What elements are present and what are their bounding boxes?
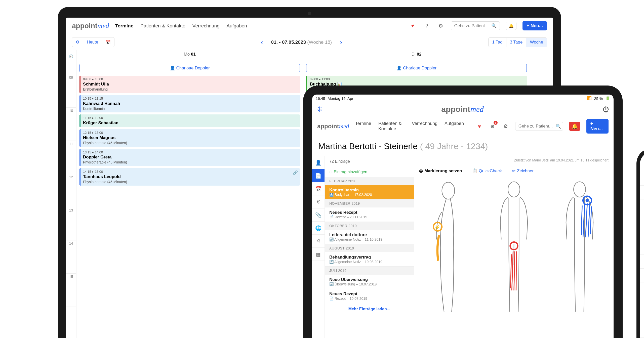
calendar-slot[interactable]: 10:15 ▸ 11:15Kahnwald HannahKontrollterm… — [79, 95, 300, 112]
patient-list-item[interactable]: Gruber Stefan📞 — [640, 213, 644, 227]
nav-termine[interactable]: Termine — [355, 121, 371, 132]
settings-icon[interactable]: ⚙ — [437, 22, 445, 30]
search-input[interactable] — [454, 23, 489, 28]
entry-item[interactable]: Kontrolltermin🩻 Bodychart – 17.02.2020 — [325, 185, 414, 199]
new-button[interactable]: + Neu... — [586, 119, 609, 134]
heart-icon[interactable]: ♥ — [409, 22, 417, 30]
nav-patienten[interactable]: Patienten & Kontakte — [378, 121, 405, 132]
prev-week-button[interactable]: ‹ — [256, 38, 268, 46]
laptop-camera — [308, 12, 311, 15]
search-input[interactable] — [518, 124, 554, 129]
body-side-view[interactable]: ⚡ — [427, 180, 470, 316]
calendar-slot[interactable]: 09:00 ▸ 10:00Schmidt UllaErstbehandlung — [79, 76, 300, 93]
entry-item[interactable]: Lettera del dottore🔄 Allgemeine Notiz – … — [325, 230, 414, 244]
nav-aufgaben[interactable]: Aufgaben — [227, 23, 247, 29]
side-euro-icon[interactable]: € — [312, 195, 325, 208]
notifications-button[interactable]: 🔔 — [506, 22, 516, 30]
entry-item[interactable]: Neues Rezept📄 Rezept – 10.07.2019 — [325, 289, 414, 303]
patient-list-item[interactable]: Huber Karl📞 — [640, 310, 644, 324]
filter-button[interactable]: ⚙ — [72, 37, 83, 47]
calendar-slot[interactable]: 14:15 ▸ 15:00Tannhaus LeopoldPhysiothera… — [79, 168, 300, 186]
side-calendar-icon[interactable]: 📅 — [312, 182, 325, 195]
nav-termine[interactable]: Termine — [115, 23, 134, 29]
day-column-mo: Mo 01 👤 Charlotte Doppler 09:00 ▸ 10:00S… — [76, 50, 303, 338]
entry-item[interactable]: Behandlungsvertrag🔄 Allgemeine Notiz – 1… — [325, 252, 414, 267]
calendar-slot[interactable]: 13:15 ▸ 14:00Doppler GretaPhysiotherapie… — [79, 149, 300, 166]
patient-list-item[interactable]: Heinz Mario📞 — [640, 269, 644, 282]
patient-list-item[interactable]: Grootinger Markus📞 — [640, 199, 644, 213]
side-document-icon[interactable]: 📄 — [312, 169, 325, 182]
phone-screen: 15:20 ↗ ••• 📶 🔋 ⁜ appointmed ⏻ appointme… — [640, 152, 644, 338]
body-views[interactable]: ⚡ ! — [419, 178, 609, 338]
calendar-button[interactable]: 📅 — [102, 37, 114, 47]
hour-label: 14 — [66, 240, 76, 274]
tablet-screen: 16:45 Montag 19. Apr 📶 25 % 🔋 ⁜ appointm… — [312, 95, 614, 338]
next-week-button[interactable]: › — [335, 38, 347, 46]
main-nav: Termine Patienten & Kontakte Verrechnung… — [355, 121, 464, 132]
entries-count: 72 Einträge — [325, 156, 414, 167]
notifications-button[interactable]: 🔔 — [569, 122, 580, 131]
view-1day[interactable]: 1 Tag — [489, 38, 506, 47]
load-more-button[interactable]: Mehr Einträge laden... — [325, 303, 414, 315]
tool-draw[interactable]: ✏ Zeichnen — [512, 168, 535, 174]
side-globe-icon[interactable]: 🌐 — [312, 222, 325, 235]
search-box[interactable]: 🔍 — [451, 21, 500, 30]
add-entry-button[interactable]: ⊕ Eintrag hinzufügen — [325, 167, 414, 177]
patient-list[interactable]: Erfinder Gernot📞Grootinger Markus📞Gruber… — [640, 186, 644, 338]
hour-label: 11 — [66, 141, 76, 174]
today-button[interactable]: Heute — [83, 37, 102, 47]
body-front-view[interactable]: ! — [493, 180, 535, 316]
view-week[interactable]: Woche — [526, 38, 547, 47]
nav-aufgaben[interactable]: Aufgaben — [445, 121, 464, 132]
power-icon[interactable]: ⏻ — [602, 105, 609, 113]
patient-list-item[interactable]: Huber Florian📞 — [640, 296, 644, 310]
month-header: JULI 2019 — [325, 267, 414, 275]
view-3day[interactable]: 3 Tage — [506, 38, 527, 47]
entry-item[interactable]: Neue Überweisung🔄 Überweisung – 10.07.20… — [325, 275, 414, 289]
entry-item[interactable]: Neues Rezept📄 Rezept – 20.11.2019 — [325, 207, 414, 222]
therapist-chip[interactable]: 👤 Charlotte Doppler — [79, 64, 300, 72]
phone-app-row: ⁜ appointmed ⏻ — [640, 161, 644, 172]
patient-title: Martina Bertotti - Steinerle ( 49 Jahre … — [312, 136, 614, 156]
heart-icon[interactable]: ♥ — [476, 122, 483, 130]
tablet-statusbar: 16:45 Montag 19. Apr 📶 25 % 🔋 — [312, 95, 614, 102]
patient-list-item[interactable]: Hofer Markus📞 — [640, 282, 644, 296]
patient-list-item[interactable]: Habenbacher Mario📞 — [640, 241, 644, 255]
day-slots: 09:00 ▸ 10:00Schmidt UllaErstbehandlung1… — [76, 74, 303, 338]
body-back-view[interactable] — [558, 180, 601, 316]
nav-verrechnung[interactable]: Verrechnung — [192, 23, 220, 29]
day-header: Di 02 — [303, 50, 530, 62]
side-attachment-icon[interactable]: 📎 — [312, 208, 325, 222]
alerts-icon[interactable]: ⊕ — [489, 122, 496, 130]
link-icon: 🔗 — [293, 170, 298, 176]
patient-list-item[interactable]: Höllbacher Fabio📞 — [640, 324, 644, 338]
calendar-slot[interactable]: 12:15 ▸ 13:00Nielsen MagnusPhysiotherapi… — [79, 129, 300, 147]
svg-point-6 — [574, 182, 585, 197]
therapist-chip[interactable]: 👤 Charlotte Doppler — [306, 64, 527, 72]
nav-patienten[interactable]: Patienten & Kontakte — [140, 23, 185, 29]
tool-marker[interactable]: ◎ Markierung setzen — [419, 168, 462, 174]
patient-list-item[interactable]: Haglerer Elisabeth📞 — [640, 255, 644, 269]
side-qr-icon[interactable]: ▦ — [312, 248, 325, 261]
search-box[interactable]: 🔍 — [515, 122, 563, 131]
patient-list-item[interactable]: Erfinder Gernot📞 — [640, 186, 644, 199]
laptop-topbar: appointmed Termine Patienten & Kontakte … — [66, 18, 553, 34]
battery-label: 25 % — [594, 96, 603, 101]
tool-quickcheck[interactable]: 📋 QuickCheck — [472, 168, 502, 174]
time-gutter: 🕘 09 10 11 12 13 14 15 — [66, 50, 76, 338]
patient-list-item[interactable]: Gunkl Bernhard📞 — [640, 227, 644, 241]
calendar-slot[interactable]: 11:15 ▸ 12:00Krüger Sebastian — [79, 114, 300, 127]
qr-icon[interactable]: ⁜ — [317, 105, 323, 113]
side-person-icon[interactable]: 👤 — [312, 156, 325, 169]
month-header: FEBRUAR 2020 — [325, 177, 414, 185]
hour-label: 10 — [66, 108, 76, 141]
app-logo: appointmed — [72, 22, 109, 30]
calendar-controls: ⚙ Heute 📅 ‹ 01. - 07.05.2023 (Woche 18) … — [66, 34, 553, 50]
side-print-icon[interactable]: 🖨 — [312, 235, 325, 248]
svg-text:⚡: ⚡ — [434, 224, 441, 230]
settings-icon[interactable]: ⚙ — [502, 122, 509, 130]
help-icon[interactable]: ? — [423, 22, 431, 30]
new-button[interactable]: + Neu... — [522, 21, 547, 30]
svg-point-3 — [508, 182, 520, 197]
nav-verrechnung[interactable]: Verrechnung — [412, 121, 437, 132]
